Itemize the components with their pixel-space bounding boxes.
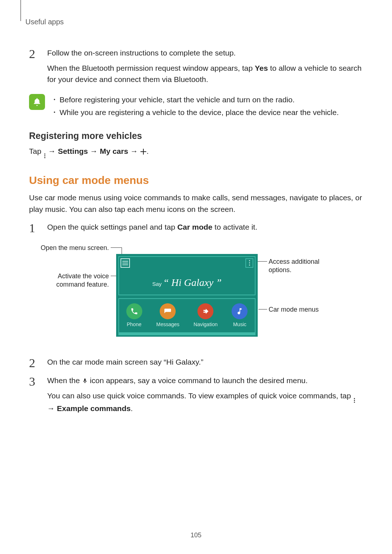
- more-options-button[interactable]: [245, 258, 253, 268]
- header-divider: [20, 0, 21, 21]
- car-mode-diagram: Open the menu screen. Activate the voice…: [44, 244, 341, 345]
- section-category: Useful apps: [25, 16, 363, 27]
- step2-line2: When the Bluetooth permission request wi…: [47, 62, 363, 85]
- note-item: While you are registering a vehicle to t…: [52, 107, 363, 118]
- car-mode-screen: Say “ Hi Galaxy ” Phone Messages: [116, 254, 258, 337]
- heading-car-mode: Using car mode menus: [29, 172, 363, 188]
- step2-line1: Follow the on-screen instructions to com…: [47, 47, 363, 59]
- step-3: 3 When the icon appears, say a voice com…: [29, 375, 363, 418]
- menu-button[interactable]: [121, 258, 130, 268]
- note-bell-icon: [29, 94, 45, 110]
- step-number: 3: [29, 375, 41, 418]
- step3-line1: When the icon appears, say a voice comma…: [47, 375, 363, 386]
- navigation-menu[interactable]: Navigation: [193, 303, 217, 328]
- step-2: 2 Follow the on-screen instructions to c…: [29, 47, 363, 89]
- topbar-region: Say “ Hi Galaxy ”: [118, 256, 256, 295]
- leader-line: [111, 247, 122, 248]
- phone-menu[interactable]: Phone: [126, 303, 142, 328]
- note-box: Before registering your vehicle, start t…: [29, 94, 363, 120]
- messages-icon: [160, 303, 176, 319]
- car-mode-intro: Use car mode menus using voice commands …: [29, 192, 363, 215]
- more-icon: [354, 398, 355, 403]
- navigation-icon: [197, 303, 213, 319]
- page-content: Useful apps 2 Follow the on-screen instr…: [0, 0, 392, 436]
- step1-line: Open the quick settings panel and tap Ca…: [47, 221, 363, 233]
- callout-open-menu: Open the menu screen.: [40, 244, 109, 252]
- mic-icon: [82, 376, 88, 385]
- music-icon: [232, 303, 248, 319]
- leader-line: [257, 261, 267, 262]
- callout-car-menus: Car mode menus: [269, 305, 341, 314]
- page-number: 105: [0, 530, 392, 540]
- register-path: Tap → Settings → My cars → .: [29, 145, 363, 158]
- car-mode-menus: Phone Messages Navigation: [118, 298, 256, 333]
- step-2b: 2 On the car mode main screen say “Hi Ga…: [29, 356, 363, 372]
- step3-line2: You can also use quick voice commands. T…: [47, 390, 363, 414]
- note-item: Before registering your vehicle, start t…: [52, 94, 363, 106]
- step-number: 2: [29, 356, 41, 372]
- messages-menu[interactable]: Messages: [156, 303, 180, 328]
- bottom-strip: [118, 333, 256, 335]
- step-1: 1 Open the quick settings panel and tap …: [29, 221, 363, 237]
- say-prompt: Say “ Hi Galaxy ”: [119, 275, 255, 290]
- music-menu[interactable]: Music: [232, 303, 248, 328]
- plus-icon: [140, 148, 147, 155]
- step2b-line: On the car mode main screen say “Hi Gala…: [47, 356, 363, 368]
- note-list: Before registering your vehicle, start t…: [52, 94, 363, 120]
- step-number: 2: [29, 47, 41, 89]
- phone-icon: [126, 303, 142, 319]
- step-number: 1: [29, 221, 41, 237]
- more-icon: [44, 153, 45, 158]
- callout-activate-voice: Activate the voice command feature.: [36, 272, 109, 289]
- callout-access-options: Access additional options.: [269, 258, 341, 275]
- leader-line: [258, 309, 267, 309]
- subheading-registering: Registering more vehicles: [29, 129, 363, 143]
